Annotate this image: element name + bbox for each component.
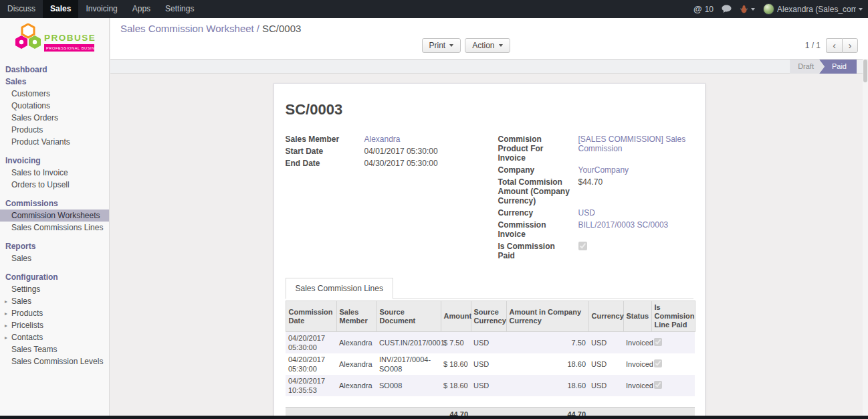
- totals-row: 44.70 44.70: [286, 407, 695, 416]
- status-paid[interactable]: Paid: [819, 60, 857, 74]
- col-header-is-commision-line-paid[interactable]: Is Commision Line Paid: [651, 301, 695, 332]
- sidebar-item-reports-sales[interactable]: Sales: [0, 252, 109, 264]
- action-buttons-group: Print Action: [422, 38, 510, 53]
- table-row[interactable]: 04/20/2017 05:30:00 Alexandra CUST.IN/20…: [286, 332, 695, 354]
- menu-apps[interactable]: Apps: [125, 0, 158, 18]
- messages-button[interactable]: [722, 5, 732, 13]
- menu-discuss[interactable]: Discuss: [0, 0, 43, 18]
- cell-commission-date: 04/20/2017 10:35:53: [286, 375, 336, 396]
- cell-status: Invoiced: [623, 332, 651, 354]
- field-label-end-date: End Date: [286, 159, 364, 168]
- sidebar-item-product-variants[interactable]: Product Variants: [0, 136, 109, 148]
- company-link[interactable]: YourCompany: [578, 165, 629, 175]
- sidebar: PROBUSE PROFESSIONAL BUSINESS Dashboard …: [0, 18, 110, 416]
- sidebar-item-orders-to-upsell[interactable]: Orders to Upsell: [0, 179, 109, 191]
- pager-next-button[interactable]: ›: [842, 38, 858, 53]
- sidebar-item-sales-commissions-lines[interactable]: Sales Commissions Lines: [0, 222, 109, 234]
- breadcrumb-parent-link[interactable]: Sales Commission Worksheet: [120, 23, 254, 34]
- scrollbar-thumb[interactable]: [863, 60, 867, 82]
- debug-menu-button[interactable]: [740, 5, 755, 13]
- col-header-amount-company-currency[interactable]: Amount in Company Currency: [506, 301, 588, 332]
- user-name: Alexandra (Sales_comm...: [777, 5, 856, 14]
- sidebar-header-sales[interactable]: Sales: [0, 76, 109, 88]
- sidebar-item-products[interactable]: Products: [0, 124, 109, 136]
- breadcrumb: Sales Commission Worksheet/SC/0003: [120, 22, 858, 35]
- sidebar-item-sales-to-invoice[interactable]: Sales to Invoice: [0, 167, 109, 179]
- field-label-company: Company: [498, 165, 578, 175]
- field-label-commission-invoice: Commission Invoice: [498, 220, 578, 239]
- chevron-down-icon: [499, 44, 503, 47]
- menu-settings[interactable]: Settings: [158, 0, 201, 18]
- sidebar-section-invoicing: Invoicing Sales to Invoice Orders to Ups…: [0, 155, 109, 191]
- sidebar-item-config-contacts[interactable]: ▸ Contacts: [0, 331, 109, 343]
- tab-sales-commission-lines[interactable]: Sales Commission Lines: [286, 278, 393, 299]
- mentions-button[interactable]: @ 10: [693, 4, 714, 14]
- line-paid-checkbox: [654, 359, 662, 367]
- col-header-amount[interactable]: Amount: [441, 301, 471, 332]
- status-draft[interactable]: Draft: [790, 60, 825, 74]
- cell-sales-member: Alexandra: [336, 375, 376, 396]
- cell-amount: $ 18.60: [441, 353, 471, 375]
- vertical-scrollbar[interactable]: [863, 59, 868, 416]
- form-field-groups: Sales Member Alexandra Start Date 04/01/…: [286, 135, 693, 260]
- sidebar-header-invoicing[interactable]: Invoicing: [0, 155, 109, 167]
- col-header-status[interactable]: Status: [623, 301, 651, 332]
- sidebar-header-commissions[interactable]: Commissions: [0, 197, 109, 210]
- chevron-down-icon: [751, 8, 755, 11]
- debug-icon: [740, 5, 748, 13]
- pager-counter: 1 / 1: [805, 41, 821, 50]
- cell-status: Invoiced: [623, 375, 651, 396]
- action-button[interactable]: Action: [465, 38, 510, 53]
- sidebar-item-sales-commission-levels[interactable]: Sales Commission Levels: [0, 355, 109, 367]
- pager-previous-button[interactable]: ‹: [826, 38, 842, 53]
- cell-amount: $ 18.60: [441, 375, 471, 396]
- field-currency: USD: [578, 208, 693, 218]
- col-header-sales-member[interactable]: Sales Member: [336, 301, 376, 332]
- sidebar-item-config-pricelists[interactable]: ▸ Pricelists: [0, 319, 109, 331]
- sidebar-item-commission-worksheets[interactable]: Commission Worksheets: [0, 210, 109, 222]
- field-is-commission-paid: [578, 242, 693, 252]
- table-row[interactable]: 04/20/2017 05:30:00 Alexandra INV/2017/0…: [286, 353, 695, 375]
- empty-row: [286, 396, 695, 407]
- sales-member-link[interactable]: Alexandra: [364, 135, 401, 144]
- field-sales-member: Alexandra: [364, 135, 481, 144]
- currency-link[interactable]: USD: [578, 208, 595, 218]
- sidebar-item-settings[interactable]: Settings: [0, 283, 109, 295]
- chevron-down-icon: [859, 8, 863, 11]
- field-label-is-commission-paid: Is Commission Paid: [498, 242, 578, 260]
- control-panel: Sales Commission Worksheet/SC/0003 Print…: [110, 18, 868, 60]
- right-field-group: Commision Product For Invoice [SALES COM…: [498, 135, 693, 260]
- sidebar-item-quotations[interactable]: Quotations: [0, 100, 109, 112]
- form-view: SC/0003 Sales Member Alexandra Start Dat…: [110, 74, 868, 416]
- sidebar-section-commissions: Commissions Commission Worksheets Sales …: [0, 197, 109, 234]
- cell-source-document: CUST.IN/2017/0001: [376, 332, 441, 354]
- chevron-down-icon: [449, 44, 453, 47]
- print-button[interactable]: Print: [422, 38, 461, 53]
- sidebar-header-configuration[interactable]: Configuration: [0, 271, 109, 283]
- commision-product-link[interactable]: [SALES COMMISSION] Sales Commission: [578, 135, 686, 153]
- col-header-source-document[interactable]: Source Document: [376, 301, 441, 332]
- pager: 1 / 1 ‹ ›: [805, 38, 858, 53]
- sidebar-item-label: Pricelists: [11, 321, 43, 330]
- col-header-commission-date[interactable]: Commission Date: [286, 301, 336, 332]
- sidebar-item-config-products[interactable]: ▸ Products: [0, 307, 109, 319]
- sidebar-item-config-sales[interactable]: ▸ Sales: [0, 295, 109, 307]
- mention-icon: @: [693, 4, 702, 14]
- col-header-currency[interactable]: Currency: [588, 301, 623, 332]
- col-header-source-currency[interactable]: Source Currency: [471, 301, 506, 332]
- cell-sales-member: Alexandra: [336, 332, 376, 354]
- sidebar-item-sales-teams[interactable]: Sales Teams: [0, 343, 109, 355]
- sidebar-item-sales-orders[interactable]: Sales Orders: [0, 112, 109, 124]
- cell-currency: USD: [588, 332, 623, 354]
- user-menu[interactable]: Alexandra (Sales_comm...: [763, 3, 863, 15]
- sidebar-item-customers[interactable]: Customers: [0, 88, 109, 100]
- chevron-right-icon: ▸: [5, 309, 7, 319]
- menu-sales[interactable]: Sales: [43, 0, 78, 18]
- chevron-right-icon: ▸: [5, 333, 7, 343]
- menu-invoicing[interactable]: Invoicing: [78, 0, 124, 18]
- sidebar-header-reports[interactable]: Reports: [0, 240, 109, 252]
- table-header-row: Commission Date Sales Member Source Docu…: [286, 301, 695, 332]
- commission-invoice-link[interactable]: BILL/2017/0003 SC/0003: [578, 220, 669, 230]
- table-row[interactable]: 04/20/2017 10:35:53 Alexandra SO008 $ 18…: [286, 375, 695, 396]
- sidebar-header-dashboard[interactable]: Dashboard: [0, 64, 109, 76]
